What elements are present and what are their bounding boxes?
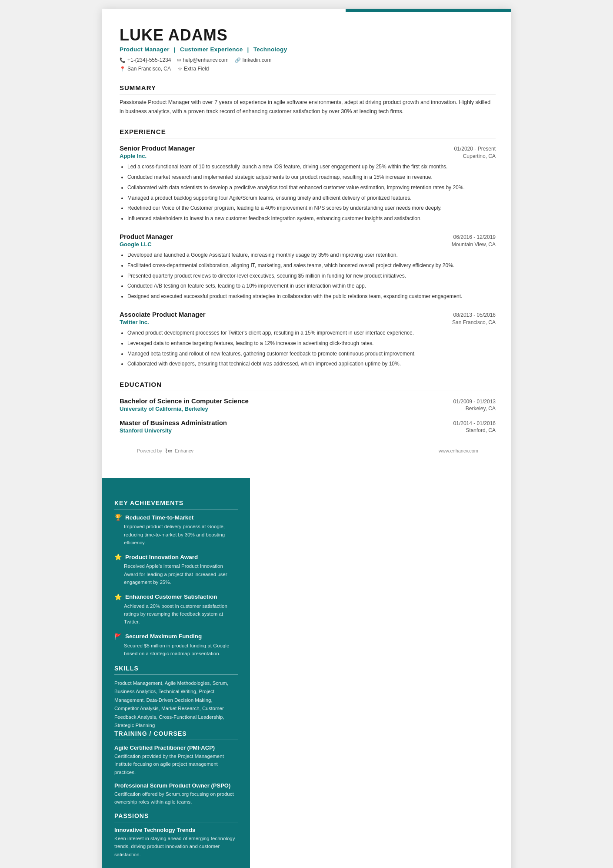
job-1-company-row: Apple Inc. Cupertino, CA — [120, 153, 496, 159]
header: LUKE ADAMS Product Manager | Customer Ex… — [120, 26, 496, 72]
achievement-4-title: 🚩 Secured Maximum Funding — [114, 633, 238, 640]
location-row: 📍 San Francisco, CA ☆ Extra Field — [120, 66, 496, 72]
list-item: Conducted A/B testing on feature sets, l… — [127, 282, 496, 291]
list-item: Redefined our Voice of the Customer prog… — [127, 204, 496, 213]
achievement-2-title: ⭐ Product Innovation Award — [114, 553, 238, 560]
achievement-3-label: Enhanced Customer Satisfaction — [125, 593, 217, 600]
training-section: TRAINING / COURSES Agile Certified Pract… — [114, 730, 238, 806]
job-2: Product Manager 06/2016 - 12/2019 Google… — [120, 233, 496, 301]
candidate-name: LUKE ADAMS — [120, 26, 496, 44]
star-icon: ⭐ — [114, 553, 122, 560]
job-3-role: Associate Product Manager — [120, 311, 206, 318]
passions-section: PASSIONS Innovative Technology Trends Ke… — [114, 812, 238, 858]
edu-1-school-row: University of California, Berkeley Berke… — [120, 406, 496, 412]
job-3-company: Twitter Inc. — [120, 319, 149, 325]
job-1-header: Senior Product Manager 01/2020 - Present — [120, 144, 496, 152]
job-1-location: Cupertino, CA — [463, 153, 496, 159]
list-item: Leveraged data to enhance targeting feat… — [127, 339, 496, 348]
star-icon-2: ⭐ — [114, 593, 122, 600]
job-2-company: Google LLC — [120, 241, 152, 248]
education-section: EDUCATION Bachelor of Science in Compute… — [120, 381, 496, 434]
edu-1-date: 01/2009 - 01/2013 — [453, 399, 496, 405]
job-3-date: 08/2013 - 05/2016 — [453, 312, 496, 318]
summary-text: Passionate Product Manager with over 7 y… — [120, 98, 496, 116]
achievement-4-desc: Secured $5 million in product funding at… — [114, 642, 238, 658]
job-3-bullets: Owned product development processes for … — [120, 329, 496, 369]
list-item: Collaborated with data scientists to dev… — [127, 184, 496, 192]
training-2: Professional Scrum Product Owner (PSPO) … — [114, 782, 238, 806]
training-2-title: Professional Scrum Product Owner (PSPO) — [114, 782, 238, 789]
location-text: San Francisco, CA — [127, 66, 171, 72]
skills-text: Product Management, Agile Methodologies,… — [114, 679, 238, 730]
extra-field-text: Extra Field — [184, 66, 209, 72]
edu-1-location: Berkeley, CA — [466, 406, 496, 412]
trophy-icon: 🏆 — [114, 514, 122, 521]
job-1-date: 01/2020 - Present — [454, 146, 496, 152]
job-2-role: Product Manager — [120, 233, 173, 240]
resume-wrapper: LUKE ADAMS Product Manager | Customer Ex… — [102, 9, 511, 868]
right-column: KEY ACHIEVEMENTS 🏆 Reduced Time-to-Marke… — [102, 478, 250, 868]
edu-2-header: Master of Business Administration 01/201… — [120, 419, 496, 426]
job-3-header: Associate Product Manager 08/2013 - 05/2… — [120, 311, 496, 318]
experience-title: EXPERIENCE — [120, 128, 496, 138]
achievement-2-label: Product Innovation Award — [125, 554, 198, 560]
passion-1: Innovative Technology Trends Keen intere… — [114, 827, 238, 858]
job-2-header: Product Manager 06/2016 - 12/2019 — [120, 233, 496, 240]
experience-section: EXPERIENCE Senior Product Manager 01/202… — [120, 128, 496, 369]
summary-section: SUMMARY Passionate Product Manager with … — [120, 84, 496, 116]
job-3-company-row: Twitter Inc. San Francisco, CA — [120, 319, 496, 325]
job-1-role: Senior Product Manager — [120, 144, 195, 152]
list-item: Conducted market research and implemente… — [127, 173, 496, 182]
achievement-3-desc: Achieved a 20% boost in customer satisfa… — [114, 602, 238, 626]
footer-website: www.enhancv.com — [439, 448, 478, 453]
edu-2-school: Stanford University — [120, 427, 172, 434]
powered-by-text: Powered by — [137, 448, 162, 453]
achievement-3-title: ⭐ Enhanced Customer Satisfaction — [114, 593, 238, 600]
job-1-bullets: Led a cross-functional team of 10 to suc… — [120, 163, 496, 223]
candidate-title: Product Manager | Customer Experience | … — [120, 46, 496, 53]
email-address: help@enhancv.com — [183, 57, 228, 63]
logo-name: Enhancv — [175, 448, 193, 453]
linkedin-contact: 🔗 linkedin.com — [235, 57, 272, 63]
location-icon: 📍 — [120, 66, 126, 72]
list-item: Designed and executed successful product… — [127, 292, 496, 301]
edu-2: Master of Business Administration 01/201… — [120, 419, 496, 434]
job-2-date: 06/2016 - 12/2019 — [453, 234, 496, 240]
job-3-location: San Francisco, CA — [452, 319, 496, 325]
edu-2-location: Stanford, CA — [466, 427, 496, 434]
edu-2-date: 01/2014 - 01/2016 — [453, 420, 496, 426]
job-2-bullets: Developed and launched a Google Assistan… — [120, 251, 496, 301]
edu-1-degree: Bachelor of Science in Computer Science — [120, 397, 249, 405]
achievement-3: ⭐ Enhanced Customer Satisfaction Achieve… — [114, 593, 238, 626]
enhancv-logo: ⌇∞ — [165, 447, 172, 454]
star-icon: ☆ — [178, 66, 182, 72]
training-1-title: Agile Certified Practitioner (PMI-ACP) — [114, 744, 238, 751]
training-1-desc: Certification provided by the Project Ma… — [114, 752, 238, 776]
skills-title: SKILLS — [114, 665, 238, 675]
passions-title: PASSIONS — [114, 812, 238, 822]
phone-icon: 📞 — [120, 57, 126, 63]
separator-1: | — [174, 46, 177, 53]
achievement-2-desc: Received Apple's internal Product Innova… — [114, 562, 238, 586]
achievement-1: 🏆 Reduced Time-to-Market Improved produc… — [114, 514, 238, 546]
separator-2: | — [247, 46, 251, 53]
edu-1: Bachelor of Science in Computer Science … — [120, 397, 496, 412]
left-column: LUKE ADAMS Product Manager | Customer Ex… — [102, 9, 511, 478]
list-item: Facilitated cross-departmental collabora… — [127, 261, 496, 270]
link-icon: 🔗 — [235, 57, 241, 63]
email-contact: ✉ help@enhancv.com — [177, 57, 228, 63]
list-item: Collaborated with developers, ensuring t… — [127, 360, 496, 369]
list-item: Influenced stakeholders to invest in a n… — [127, 214, 496, 223]
achievements-section: KEY ACHIEVEMENTS 🏆 Reduced Time-to-Marke… — [114, 499, 238, 657]
achievement-1-desc: Improved product delivery process at Goo… — [114, 523, 238, 546]
list-item: Led a cross-functional team of 10 to suc… — [127, 163, 496, 171]
achievements-title: KEY ACHIEVEMENTS — [114, 499, 238, 509]
achievement-4: 🚩 Secured Maximum Funding Secured $5 mil… — [114, 633, 238, 658]
title-part-2: Customer Experience — [180, 46, 243, 53]
extra-field-contact: ☆ Extra Field — [178, 66, 209, 72]
edu-1-school: University of California, Berkeley — [120, 406, 208, 412]
footer: Powered by ⌇∞ Enhancv www.enhancv.com — [120, 441, 496, 460]
list-item: Owned product development processes for … — [127, 329, 496, 338]
job-1-company: Apple Inc. — [120, 153, 147, 159]
list-item: Managed beta testing and rollout of new … — [127, 350, 496, 359]
